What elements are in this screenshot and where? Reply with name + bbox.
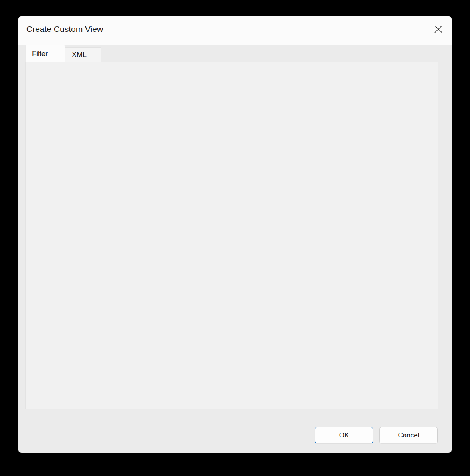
title-bar: Create Custom View xyxy=(18,16,452,45)
tab-xml-label: XML xyxy=(72,51,87,59)
tab-filter-label: Filter xyxy=(32,50,48,58)
create-custom-view-dialog: Create Custom View Filter XML Logged: An… xyxy=(18,16,452,453)
tab-xml[interactable]: XML xyxy=(65,47,101,62)
ok-button[interactable]: OK xyxy=(315,427,373,443)
dialog-title: Create Custom View xyxy=(26,24,103,34)
filter-tab-panel xyxy=(25,62,438,409)
cancel-button[interactable]: Cancel xyxy=(379,427,438,443)
close-button[interactable] xyxy=(430,22,447,38)
tab-filter[interactable]: Filter xyxy=(25,45,65,62)
close-icon xyxy=(434,24,443,35)
